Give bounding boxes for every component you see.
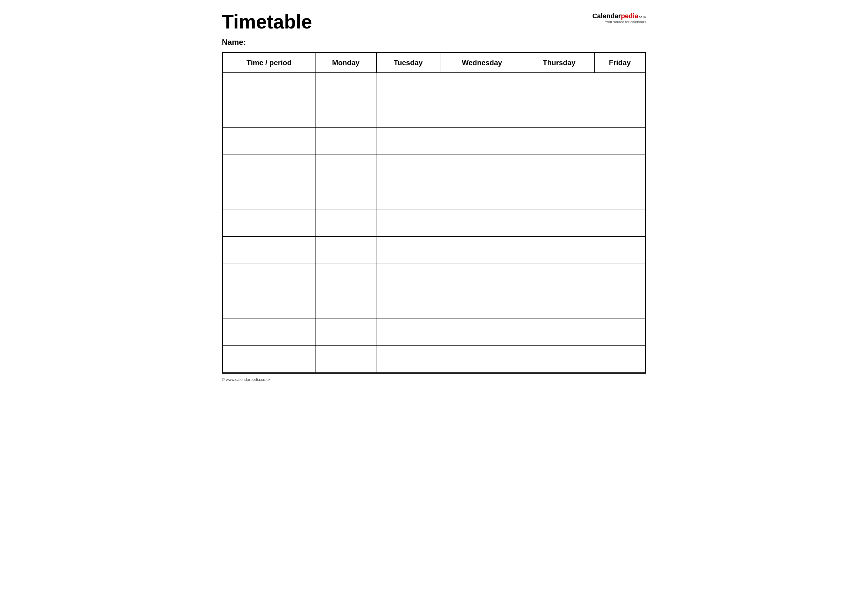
table-cell[interactable] (524, 237, 594, 264)
table-cell[interactable] (594, 100, 645, 127)
table-cell[interactable] (223, 127, 315, 155)
table-cell[interactable] (315, 127, 376, 155)
logo-container: Calendarpediaco.uk Your source for calen… (592, 12, 646, 25)
table-cell[interactable] (376, 318, 440, 345)
table-cell[interactable] (315, 155, 376, 182)
logo-pedia-text: pedia (621, 12, 638, 20)
table-cell[interactable] (524, 182, 594, 209)
table-cell[interactable] (524, 291, 594, 318)
table-cell[interactable] (376, 73, 440, 100)
table-cell[interactable] (315, 345, 376, 373)
header-tuesday: Tuesday (376, 53, 440, 73)
page-container: Timetable Calendarpediaco.uk Your source… (222, 12, 646, 382)
table-body (223, 73, 645, 373)
table-cell[interactable] (376, 155, 440, 182)
table-cell[interactable] (376, 237, 440, 264)
table-cell[interactable] (440, 291, 524, 318)
table-cell[interactable] (376, 209, 440, 237)
table-row (223, 155, 645, 182)
table-cell[interactable] (440, 73, 524, 100)
table-cell[interactable] (594, 345, 645, 373)
table-cell[interactable] (223, 345, 315, 373)
header-thursday: Thursday (524, 53, 594, 73)
table-cell[interactable] (440, 237, 524, 264)
table-cell[interactable] (315, 209, 376, 237)
table-cell[interactable] (440, 345, 524, 373)
timetable-wrapper: Time / period Monday Tuesday Wednesday T… (222, 52, 646, 374)
table-cell[interactable] (223, 318, 315, 345)
table-cell[interactable] (315, 264, 376, 291)
table-cell[interactable] (524, 264, 594, 291)
timetable: Time / period Monday Tuesday Wednesday T… (223, 53, 645, 373)
table-cell[interactable] (376, 264, 440, 291)
table-cell[interactable] (440, 155, 524, 182)
header-friday: Friday (594, 53, 645, 73)
footer: © www.calendarpedia.co.uk (222, 377, 646, 382)
table-cell[interactable] (315, 291, 376, 318)
header-section: Timetable Calendarpediaco.uk Your source… (222, 12, 646, 31)
table-cell[interactable] (524, 127, 594, 155)
table-row (223, 237, 645, 264)
table-row (223, 73, 645, 100)
table-cell[interactable] (594, 127, 645, 155)
logo-tld: co.uk (639, 15, 646, 19)
table-row (223, 345, 645, 373)
table-cell[interactable] (223, 182, 315, 209)
table-cell[interactable] (315, 100, 376, 127)
table-row (223, 127, 645, 155)
logo-tagline: Your source for calendars (592, 20, 646, 24)
table-cell[interactable] (594, 155, 645, 182)
table-cell[interactable] (524, 318, 594, 345)
table-row (223, 318, 645, 345)
table-cell[interactable] (524, 345, 594, 373)
table-cell[interactable] (440, 264, 524, 291)
table-cell[interactable] (315, 73, 376, 100)
table-cell[interactable] (440, 127, 524, 155)
name-section: Name: (222, 37, 646, 47)
footer-url: © www.calendarpedia.co.uk (222, 377, 271, 382)
table-cell[interactable] (440, 182, 524, 209)
table-cell[interactable] (315, 318, 376, 345)
table-cell[interactable] (376, 291, 440, 318)
table-cell[interactable] (440, 318, 524, 345)
table-cell[interactable] (315, 182, 376, 209)
name-label: Name: (222, 37, 246, 47)
table-cell[interactable] (594, 209, 645, 237)
table-cell[interactable] (376, 100, 440, 127)
header-row: Time / period Monday Tuesday Wednesday T… (223, 53, 645, 73)
table-header: Time / period Monday Tuesday Wednesday T… (223, 53, 645, 73)
table-cell[interactable] (524, 155, 594, 182)
table-cell[interactable] (376, 127, 440, 155)
header-monday: Monday (315, 53, 376, 73)
table-cell[interactable] (223, 237, 315, 264)
table-cell[interactable] (223, 73, 315, 100)
table-row (223, 209, 645, 237)
table-cell[interactable] (594, 291, 645, 318)
table-row (223, 100, 645, 127)
logo-calendar-text: Calendar (592, 12, 621, 20)
table-cell[interactable] (440, 100, 524, 127)
table-row (223, 291, 645, 318)
table-cell[interactable] (594, 318, 645, 345)
table-cell[interactable] (524, 100, 594, 127)
table-row (223, 182, 645, 209)
table-cell[interactable] (594, 264, 645, 291)
table-cell[interactable] (223, 291, 315, 318)
table-cell[interactable] (594, 73, 645, 100)
table-cell[interactable] (376, 345, 440, 373)
table-cell[interactable] (376, 182, 440, 209)
table-cell[interactable] (223, 264, 315, 291)
table-cell[interactable] (223, 155, 315, 182)
page-title: Timetable (222, 12, 312, 31)
table-cell[interactable] (223, 209, 315, 237)
table-cell[interactable] (524, 73, 594, 100)
table-cell[interactable] (440, 209, 524, 237)
table-cell[interactable] (594, 237, 645, 264)
table-cell[interactable] (524, 209, 594, 237)
header-time-period: Time / period (223, 53, 315, 73)
table-cell[interactable] (223, 100, 315, 127)
table-cell[interactable] (594, 182, 645, 209)
header-wednesday: Wednesday (440, 53, 524, 73)
table-cell[interactable] (315, 237, 376, 264)
table-row (223, 264, 645, 291)
